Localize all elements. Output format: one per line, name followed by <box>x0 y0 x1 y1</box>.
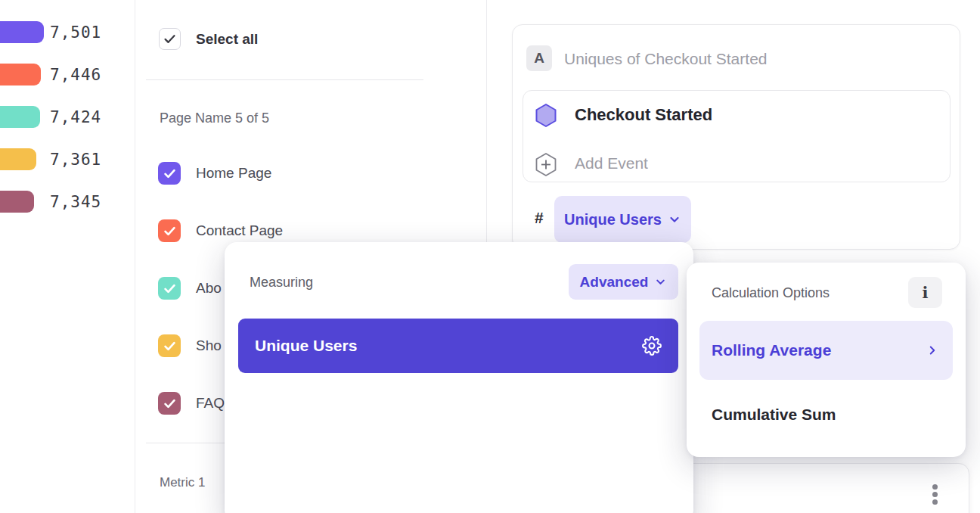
bar-shop <box>0 148 36 170</box>
advanced-mode-label: Advanced <box>580 274 649 291</box>
list-divider <box>146 79 423 80</box>
event-box: Checkout Started Add Event <box>523 90 951 182</box>
measuring-menu: Measuring Advanced Unique Users Total Ev… <box>225 242 693 513</box>
checkmark-icon <box>163 166 177 181</box>
select-all-label: Select all <box>196 31 258 48</box>
bar-faq <box>0 191 34 213</box>
bar-value: 7,345 <box>50 191 101 213</box>
chevron-down-icon <box>668 213 681 226</box>
calc-option-label: Rolling Average <box>712 341 831 359</box>
measuring-menu-title: Measuring <box>250 275 313 291</box>
metric-footer-label: Metric 1 <box>160 475 205 490</box>
checkbox-shop-page[interactable] <box>158 334 181 357</box>
checkmark-icon <box>163 281 177 296</box>
calculation-menu-title: Calculation Options <box>712 285 830 301</box>
menu-option-label: Unique Users <box>255 337 642 355</box>
chevron-right-icon <box>926 344 939 357</box>
measurement-chip-label: Unique Users <box>564 211 662 229</box>
add-event-hexagon-icon <box>535 152 557 177</box>
checkmark-icon <box>163 224 177 238</box>
pane-divider-right <box>486 0 487 247</box>
menu-option-unique-users[interactable]: Unique Users <box>238 319 678 373</box>
list-header: Page Name 5 of 5 <box>160 110 269 126</box>
bar-value: 7,424 <box>50 107 101 128</box>
event-name[interactable]: Checkout Started <box>575 105 712 125</box>
list-item-label[interactable]: Contact Page <box>196 222 283 239</box>
advanced-mode-dropdown[interactable]: Advanced <box>569 264 678 300</box>
checkmark-icon <box>163 396 177 411</box>
calc-option-rolling-average[interactable]: Rolling Average <box>699 321 953 380</box>
checkbox-about-page[interactable] <box>158 277 181 300</box>
bar-contact <box>0 64 41 86</box>
checkmark-icon <box>163 339 177 353</box>
add-event-button[interactable]: Add Event <box>575 154 648 173</box>
list-item-label[interactable]: Sho <box>196 337 222 354</box>
gear-icon[interactable] <box>642 336 662 356</box>
calc-option-cumulative-sum[interactable]: Cumulative Sum <box>712 406 836 424</box>
hash-symbol: # <box>535 209 544 227</box>
measurement-chip[interactable]: Unique Users <box>554 196 691 243</box>
list-item-label[interactable]: FAQ <box>196 395 225 412</box>
series-a-badge: A <box>526 45 552 71</box>
kebab-menu-icon[interactable] <box>932 484 938 505</box>
event-hexagon-icon <box>535 103 557 128</box>
metric-card-a: A Uniques of Checkout Started Checkout S… <box>512 24 960 250</box>
chevron-down-icon <box>654 275 667 288</box>
checkbox-contact-page[interactable] <box>158 219 181 242</box>
info-icon[interactable]: i <box>908 277 942 308</box>
checkbox-home-page[interactable] <box>158 162 181 185</box>
bar-about <box>0 106 40 128</box>
bar-home <box>0 21 44 43</box>
select-all-checkbox[interactable] <box>159 28 181 50</box>
list-item-label[interactable]: Abo <box>196 280 222 297</box>
checkmark-icon <box>163 32 177 46</box>
calculation-options-menu: Calculation Options i Rolling Average Cu… <box>687 263 966 457</box>
bar-value: 7,501 <box>50 22 101 43</box>
bar-value: 7,446 <box>50 64 101 86</box>
pane-divider-left <box>135 0 135 513</box>
bar-value: 7,361 <box>50 149 101 170</box>
checkbox-faq-page[interactable] <box>158 392 181 415</box>
list-item-label[interactable]: Home Page <box>196 165 271 182</box>
metric-title-input[interactable]: Uniques of Checkout Started <box>564 50 768 68</box>
